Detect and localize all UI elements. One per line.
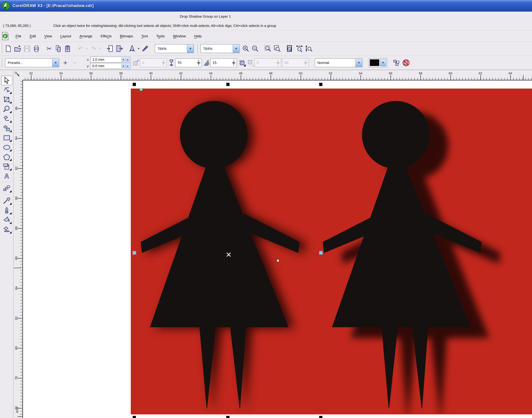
menu-view[interactable]: View — [41, 33, 55, 40]
polygon-tool[interactable] — [1, 152, 12, 162]
zoom-out-button[interactable] — [251, 44, 260, 54]
drawing-canvas[interactable] — [23, 80, 532, 418]
selection-center-marker[interactable] — [226, 252, 231, 257]
menu-edit[interactable]: Edit — [27, 33, 39, 40]
offset-y-field[interactable]: 0.0 mm ▼▲ — [90, 63, 131, 69]
offset-x-spin-up[interactable]: ▲ — [126, 58, 129, 61]
zoom-level-dropdown-icon[interactable]: ▼ — [187, 45, 194, 53]
selection-handle-bottom-right[interactable] — [319, 416, 322, 418]
corel-online-button[interactable] — [140, 44, 150, 54]
menu-tools[interactable]: Tools — [153, 33, 168, 40]
zoom-tool[interactable] — [1, 104, 12, 114]
horizontal-ruler[interactable]: 323436384042444648505254565860626466 — [23, 70, 532, 80]
undo-dropdown[interactable]: ▼ — [85, 44, 89, 54]
figures-artwork[interactable] — [131, 89, 532, 414]
menu-layout[interactable]: Layout — [57, 33, 74, 40]
offset-x-spin-down[interactable]: ▼ — [121, 58, 125, 61]
shadow-color-picker[interactable]: ▼ — [369, 58, 387, 67]
feathering-direction-button[interactable] — [238, 58, 246, 68]
drop-shadow-start-node[interactable] — [140, 88, 142, 91]
import-button[interactable] — [105, 44, 115, 54]
zoom-to-height-button[interactable] — [304, 44, 313, 54]
presets-dropdown-icon[interactable]: ▼ — [52, 59, 59, 67]
menu-arrange[interactable]: Arrange — [77, 33, 95, 40]
cut-button[interactable]: ✂ — [45, 44, 54, 54]
shadow-handle-middle-right[interactable] — [319, 251, 323, 255]
add-preset-button[interactable]: + — [61, 58, 70, 68]
copy-button[interactable] — [54, 44, 63, 54]
shadow-color-dropdown-icon[interactable]: ▼ — [380, 59, 386, 66]
transparency-operation-combo[interactable]: Normal ▼ — [315, 58, 362, 67]
offset-x-field[interactable]: 1.0 mm ▼▲ — [90, 57, 131, 63]
paste-button[interactable] — [63, 44, 73, 54]
transparency-operation-value[interactable]: Normal — [315, 59, 356, 67]
vruler-major-ticks — [18, 80, 22, 418]
remove-preset-button[interactable]: − — [70, 58, 79, 68]
redo-button[interactable]: ↷ — [89, 44, 98, 54]
undo-button[interactable]: ↶ — [76, 44, 85, 54]
crop-tool[interactable] — [1, 95, 12, 104]
ellipse-tool[interactable] — [1, 143, 12, 152]
vertical-ruler[interactable]: 989694929088868482807876 ters — [14, 80, 23, 418]
presets-value[interactable]: Presets... — [5, 59, 52, 67]
fill-tool[interactable] — [1, 215, 12, 225]
shadow-handle-middle-left[interactable] — [133, 251, 136, 255]
presets-combo[interactable]: Presets... ▼ — [5, 58, 59, 67]
zoom-to-all-button[interactable] — [273, 44, 282, 54]
offset-y-spin-down[interactable]: ▼ — [121, 64, 125, 68]
ruler-origin[interactable] — [14, 70, 23, 80]
zoom-to-width-button[interactable] — [295, 44, 304, 54]
menu-window[interactable]: Window — [170, 33, 189, 40]
operation-dropdown-icon[interactable]: ▼ — [356, 59, 362, 67]
zoom-in-button[interactable] — [241, 44, 251, 54]
pick-tool[interactable] — [1, 76, 12, 85]
redo-dropdown[interactable]: ▼ — [98, 44, 102, 54]
zoom-toolbar-dropdown-icon[interactable]: ▼ — [233, 45, 239, 53]
save-button[interactable] — [22, 44, 32, 54]
menu-help[interactable]: Help — [191, 33, 205, 40]
shape-tool[interactable] — [1, 85, 12, 95]
menu-effects[interactable]: Effects — [98, 33, 115, 40]
interactive-fill-tool[interactable] — [1, 225, 12, 234]
new-document-button[interactable] — [4, 44, 13, 54]
application-launcher-button[interactable] — [127, 44, 137, 54]
application-launcher-dropdown[interactable]: ▼ — [137, 44, 140, 54]
freehand-tool[interactable] — [1, 114, 12, 123]
zoom-to-page-button[interactable] — [285, 44, 295, 54]
drop-shadow-end-node[interactable] — [277, 259, 279, 262]
text-tool[interactable]: A — [1, 171, 12, 181]
toolbar-separator — [365, 58, 366, 68]
shadow-color-chip[interactable] — [370, 59, 379, 66]
export-button[interactable] — [115, 44, 124, 54]
menu-file[interactable]: File — [12, 33, 24, 40]
selection-handle-bottom-left[interactable] — [133, 416, 136, 418]
shadow-opacity-field[interactable]: 70╪ — [175, 58, 202, 67]
selection-handle-top-left[interactable] — [133, 83, 136, 86]
print-button[interactable] — [32, 44, 41, 54]
zoom-toolbar-value[interactable]: 784% — [201, 45, 233, 53]
cursor-coordinates: ( 73,066; 85,265 ) — [3, 24, 50, 28]
clear-drop-shadow-button[interactable] — [401, 58, 411, 68]
rectangle-tool[interactable] — [1, 133, 12, 143]
eyedropper-tool[interactable] — [1, 196, 12, 206]
zoom-toolbar-combo[interactable]: 784% ▼ — [200, 44, 240, 53]
toolbar-grip[interactable] — [1, 44, 2, 54]
menu-bitmaps[interactable]: Bitmaps — [117, 33, 136, 40]
menu-text[interactable]: Text — [138, 33, 151, 40]
shadow-feathering-field[interactable]: 15╪ — [210, 58, 237, 67]
toolbar-grip[interactable] — [197, 44, 197, 54]
open-button[interactable] — [13, 44, 22, 54]
outline-tool[interactable] — [1, 206, 12, 215]
smart-fill-tool[interactable] — [1, 123, 12, 133]
zoom-to-selection-button[interactable] — [263, 44, 273, 54]
toolbar-grip[interactable] — [1, 58, 2, 68]
basic-shapes-tool[interactable] — [1, 162, 12, 171]
zoom-level-combo[interactable]: 784% ▼ — [155, 44, 194, 53]
selection-handle-bottom-center[interactable] — [226, 416, 230, 418]
interactive-blend-tool[interactable] — [1, 184, 12, 193]
copy-shadow-properties-button[interactable] — [392, 58, 401, 68]
offset-y-spin-up[interactable]: ▲ — [126, 64, 129, 68]
selection-handle-top-center[interactable] — [226, 83, 230, 86]
zoom-level-value[interactable]: 784% — [155, 45, 187, 53]
selection-handle-top-right[interactable] — [319, 83, 322, 86]
